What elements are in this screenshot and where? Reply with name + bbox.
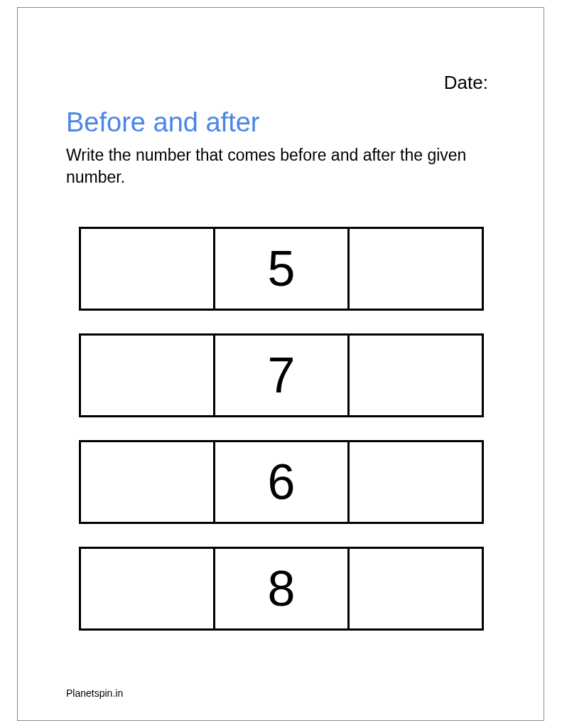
- before-cell[interactable]: [79, 440, 215, 524]
- worksheet-title: Before and after: [66, 107, 260, 138]
- before-cell[interactable]: [79, 547, 215, 631]
- number-rows: 5 7 6 8: [79, 227, 484, 653]
- number-row: 6: [79, 440, 484, 524]
- number-row: 8: [79, 547, 484, 631]
- footer-credit: Planetspin.in: [66, 687, 123, 699]
- after-cell[interactable]: [350, 547, 484, 631]
- before-cell[interactable]: [79, 333, 215, 417]
- given-cell: 5: [215, 227, 350, 311]
- after-cell[interactable]: [350, 333, 484, 417]
- after-cell[interactable]: [350, 227, 484, 311]
- worksheet-instructions: Write the number that comes before and a…: [66, 144, 495, 188]
- given-cell: 7: [215, 333, 350, 417]
- worksheet-page: Date: Before and after Write the number …: [17, 7, 544, 721]
- given-cell: 6: [215, 440, 350, 524]
- number-row: 7: [79, 333, 484, 417]
- given-cell: 8: [215, 547, 350, 631]
- number-row: 5: [79, 227, 484, 311]
- after-cell[interactable]: [350, 440, 484, 524]
- date-label: Date:: [444, 72, 488, 94]
- before-cell[interactable]: [79, 227, 215, 311]
